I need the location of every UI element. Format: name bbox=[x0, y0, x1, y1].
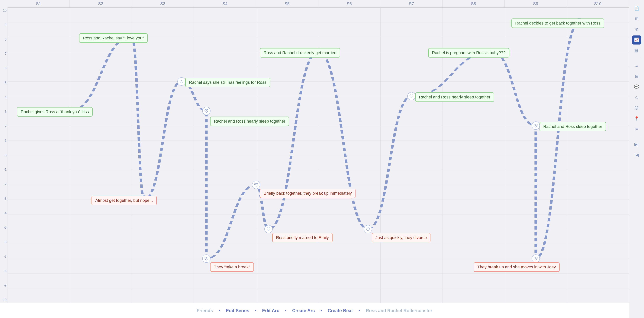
bottom-link-0[interactable]: Friends bbox=[196, 308, 213, 313]
beat-label-b10[interactable]: Just as quickly, they divorce bbox=[372, 233, 430, 242]
beat-label-b1[interactable]: Rachel gives Ross a "thank you" kiss bbox=[17, 107, 93, 117]
beat-label-b9[interactable]: Ross and Rachel drunkenly get married bbox=[260, 48, 340, 58]
y-label-6: 6 bbox=[1, 66, 6, 70]
y-label--7: -7 bbox=[1, 255, 6, 259]
beat-label-b3[interactable]: Almost get together, but nope... bbox=[92, 196, 157, 205]
grid-v-line-6 bbox=[380, 8, 380, 303]
toolbar-divider-1 bbox=[633, 58, 640, 58]
beat-label-b2[interactable]: Ross and Rachel say "I love you" bbox=[79, 33, 148, 43]
season-label-s2: S2 bbox=[70, 0, 132, 7]
y-label--4: -4 bbox=[1, 211, 6, 215]
bottom-bar: Friends•Edit Series•Edit Arc•Create Arc•… bbox=[0, 303, 629, 318]
toolbar-divider-2 bbox=[633, 137, 640, 137]
y-label-4: 4 bbox=[1, 95, 6, 99]
beat-label-b12[interactable]: Rachel is pregnant with Ross's baby??? bbox=[428, 48, 509, 58]
beat-node-b11[interactable] bbox=[407, 92, 416, 100]
beat-node-b8[interactable] bbox=[264, 225, 273, 233]
toolbar-document-icon[interactable]: 📄 bbox=[632, 4, 641, 13]
beat-node-b14[interactable] bbox=[532, 254, 540, 263]
grid-v-line-4 bbox=[256, 8, 256, 303]
season-label-s7: S7 bbox=[380, 0, 442, 7]
right-toolbar: 📄 ⊞ ❋ 📈 ▦ ≡ ⊟ 💬 ☺ ☹ 📍 ⊫ ▶| |◀ bbox=[629, 0, 644, 318]
beat-label-b14[interactable]: They break up and she moves in with Joey bbox=[474, 262, 560, 272]
beat-label-b4[interactable]: Rachel says she still has feelings for R… bbox=[185, 78, 270, 87]
season-label-s8: S8 bbox=[442, 0, 505, 7]
toolbar-forward-icon[interactable]: ▶| bbox=[632, 140, 641, 149]
toolbar-share-icon[interactable]: ❋ bbox=[632, 25, 641, 34]
beat-node-b6[interactable] bbox=[202, 254, 210, 263]
toolbar-sad-icon[interactable]: ☹ bbox=[632, 104, 641, 113]
bottom-separator-1: • bbox=[255, 308, 256, 313]
bottom-link-4[interactable]: Create Beat bbox=[328, 308, 353, 313]
y-label-7: 7 bbox=[1, 52, 6, 56]
beat-label-b13[interactable]: Rachel and Ross sleep together bbox=[540, 122, 606, 131]
beat-node-b13[interactable] bbox=[532, 121, 540, 130]
bottom-link-1[interactable]: Edit Series bbox=[226, 308, 249, 313]
season-label-s5: S5 bbox=[256, 0, 318, 7]
beat-label-b15[interactable]: Rachel decides to get back together with… bbox=[512, 19, 604, 28]
beat-label-b6[interactable]: They "take a break" bbox=[210, 262, 254, 272]
y-label--6: -6 bbox=[1, 240, 6, 244]
season-label-s9: S9 bbox=[505, 0, 567, 7]
grid-v-line-2 bbox=[132, 8, 132, 303]
bottom-separator-3: • bbox=[320, 308, 322, 313]
y-label-10: 10 bbox=[1, 9, 6, 13]
y-label-2: 2 bbox=[1, 124, 6, 128]
beat-label-b5[interactable]: Rachel and Ross nearly sleep together bbox=[210, 117, 289, 126]
beat-node-b7[interactable] bbox=[252, 181, 260, 189]
y-label--9: -9 bbox=[1, 283, 6, 287]
toolbar-location-icon[interactable]: 📍 bbox=[632, 114, 641, 123]
chart-container: S1S2S3S4S5S6S7S8S9S10 109876543210-1-2-3… bbox=[0, 0, 629, 303]
beat-label-b11[interactable]: Rachel and Ross nearly sleep together bbox=[415, 92, 494, 102]
toolbar-backward-icon[interactable]: |◀ bbox=[632, 150, 641, 160]
season-labels: S1S2S3S4S5S6S7S8S9S10 bbox=[8, 0, 629, 8]
bottom-link-2[interactable]: Edit Arc bbox=[262, 308, 279, 313]
y-axis: 109876543210-1-2-3-4-5-6-7-8-9-10 bbox=[0, 8, 8, 303]
y-label-0: 0 bbox=[1, 153, 6, 157]
grid-v-line-9 bbox=[567, 8, 567, 303]
y-label--2: -2 bbox=[1, 182, 6, 186]
toolbar-chart-icon[interactable]: 📈 bbox=[632, 36, 641, 45]
beat-node-b10[interactable] bbox=[364, 225, 372, 233]
y-label--3: -3 bbox=[1, 197, 6, 201]
y-label--1: -1 bbox=[1, 168, 6, 172]
bottom-link-3[interactable]: Create Arc bbox=[292, 308, 315, 313]
beat-node-b4[interactable] bbox=[178, 77, 186, 86]
toolbar-table-icon[interactable]: ▦ bbox=[632, 46, 641, 55]
grid-v-line-3 bbox=[194, 8, 194, 303]
bottom-link-5[interactable]: Ross and Rachel Rollercoaster bbox=[366, 308, 432, 313]
toolbar-extra-icon[interactable]: ⊫ bbox=[632, 125, 641, 134]
y-label--5: -5 bbox=[1, 226, 6, 230]
beat-node-b5[interactable] bbox=[202, 107, 210, 115]
bottom-separator-4: • bbox=[358, 308, 360, 313]
y-label-1: 1 bbox=[1, 139, 6, 143]
toolbar-grid-icon[interactable]: ⊞ bbox=[632, 14, 641, 23]
y-label-8: 8 bbox=[1, 38, 6, 42]
y-label-5: 5 bbox=[1, 81, 6, 85]
y-label-9: 9 bbox=[1, 23, 6, 27]
season-label-s3: S3 bbox=[132, 0, 194, 7]
toolbar-list-icon[interactable]: ≡ bbox=[632, 61, 641, 70]
season-label-s10: S10 bbox=[567, 0, 629, 7]
beat-label-b7[interactable]: Briefly back together, they break up imm… bbox=[260, 189, 356, 198]
toolbar-comment-icon[interactable]: 💬 bbox=[632, 82, 641, 91]
y-label--10: -10 bbox=[1, 298, 6, 302]
grid-v-line-0 bbox=[8, 8, 8, 303]
toolbar-happy-icon[interactable]: ☺ bbox=[632, 93, 641, 102]
bottom-separator-2: • bbox=[285, 308, 286, 313]
y-label-3: 3 bbox=[1, 110, 6, 114]
season-label-s4: S4 bbox=[194, 0, 256, 7]
season-label-s1: S1 bbox=[8, 0, 70, 7]
y-label--8: -8 bbox=[1, 269, 6, 273]
toolbar-tiles-icon[interactable]: ⊟ bbox=[632, 72, 641, 81]
beat-label-b8[interactable]: Ross briefly married to Emily bbox=[272, 233, 332, 242]
bottom-separator-0: • bbox=[218, 308, 220, 313]
season-label-s6: S6 bbox=[318, 0, 380, 7]
main-area: S1S2S3S4S5S6S7S8S9S10 109876543210-1-2-3… bbox=[0, 0, 629, 318]
app: S1S2S3S4S5S6S7S8S9S10 109876543210-1-2-3… bbox=[0, 0, 644, 318]
